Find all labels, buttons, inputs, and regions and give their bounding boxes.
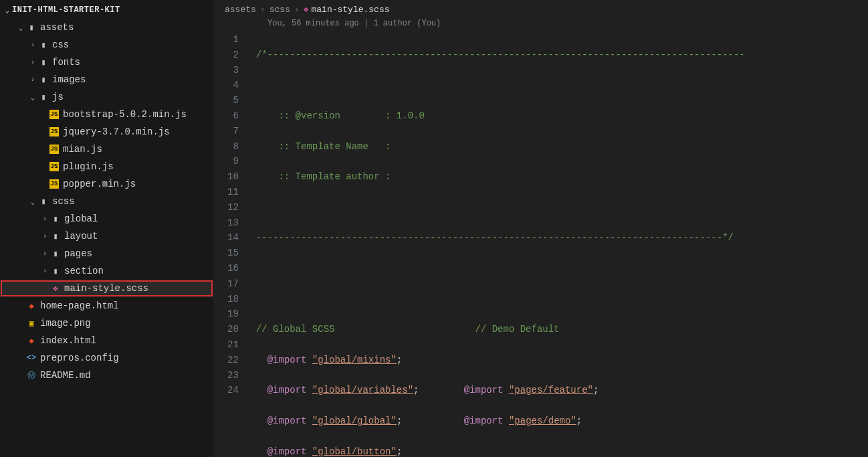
tree-item-label: jquery-3.7.0.min.js	[63, 126, 170, 137]
line-number: 22	[227, 353, 239, 368]
line-number: 9	[227, 154, 239, 169]
js-icon: JS	[49, 162, 59, 171]
line-number: 23	[227, 368, 239, 383]
line-number: 24	[227, 383, 239, 398]
line-number: 17	[227, 276, 239, 292]
line-number: 20	[227, 322, 239, 337]
tree-item-label: assets	[40, 22, 74, 33]
line-number: 7	[227, 124, 239, 139]
file-item[interactable]: JSpopper.min.js	[0, 175, 213, 193]
folder-item[interactable]: ›▮images	[0, 71, 213, 88]
chevron-right-icon: ›	[294, 5, 300, 15]
chevron-down-icon: ⌄	[3, 6, 12, 15]
line-number: 5	[227, 93, 239, 108]
tree-item-label: pages	[64, 248, 92, 259]
chevron-right-icon: ›	[40, 267, 49, 275]
code-editor[interactable]: 123456789101112131415161718192021222324 …	[214, 32, 868, 457]
chevron-right-icon: ›	[28, 58, 37, 66]
js-icon: JS	[49, 145, 59, 154]
chevron-right-icon: ›	[40, 215, 49, 223]
file-item[interactable]: ◆home-page.html	[0, 297, 213, 314]
line-number: 10	[227, 169, 239, 185]
image-icon: ▣	[25, 318, 37, 329]
folder-item[interactable]: ⌄▮scss	[0, 193, 213, 210]
tree-item-label: section	[64, 266, 104, 276]
tree-item-label: layout	[64, 231, 98, 242]
tree-item-label: index.html	[40, 335, 96, 346]
chevron-right-icon: ›	[40, 250, 49, 258]
tree-item-label: fonts	[52, 57, 80, 68]
tree-item-label: prepros.config	[40, 353, 119, 363]
chevron-down-icon: ⌄	[28, 197, 37, 206]
js-icon: JS	[49, 127, 59, 136]
line-number: 19	[227, 306, 239, 322]
chevron-right-icon: ›	[28, 76, 37, 84]
folder-item[interactable]: ›▮section	[0, 262, 213, 280]
scss-icon: ❖	[304, 4, 309, 15]
folder-item[interactable]: ›▮fonts	[0, 54, 213, 71]
folder-item[interactable]: ›▮global	[0, 210, 213, 227]
file-item[interactable]: JSjquery-3.7.0.min.js	[0, 123, 213, 141]
js-icon: JS	[49, 179, 59, 189]
chevron-down-icon: ⌄	[28, 93, 37, 102]
file-item[interactable]: ⓂREADME.md	[0, 367, 213, 384]
chevron-down-icon: ⌄	[16, 23, 25, 32]
folder-item[interactable]: ›▮layout	[0, 227, 213, 245]
editor-pane: assets › scss › ❖ main-style.scss You, 5…	[214, 0, 868, 457]
line-number: 16	[227, 261, 239, 276]
tree-item-label: popper.min.js	[63, 179, 136, 189]
html-icon: ◆	[25, 301, 37, 311]
folder-item[interactable]: ›▮pages	[0, 245, 213, 262]
line-number: 15	[227, 246, 239, 261]
line-number: 2	[227, 48, 239, 63]
line-number: 21	[227, 337, 239, 353]
file-item[interactable]: ▣image.png	[0, 314, 213, 332]
html-icon: ◆	[25, 336, 37, 346]
breadcrumb-item[interactable]: assets	[225, 5, 256, 15]
tree-item-label: plugin.js	[63, 161, 114, 172]
folder-icon: ▮	[25, 23, 37, 33]
chevron-right-icon: ›	[28, 41, 37, 49]
tree-item-label: main-style.scss	[64, 283, 148, 294]
js-icon: JS	[49, 110, 59, 119]
scss-icon: ❖	[49, 283, 62, 294]
file-item[interactable]: ◆index.html	[0, 332, 213, 349]
breadcrumb-item[interactable]: scss	[269, 5, 290, 15]
breadcrumb-item-current[interactable]: ❖ main-style.scss	[304, 4, 390, 15]
line-number: 12	[227, 200, 239, 215]
tree-item-label: home-page.html	[40, 300, 119, 311]
project-title-row[interactable]: ⌄ INIT-HTML-STARTER-KIT	[0, 4, 213, 19]
line-number: 1	[227, 32, 239, 48]
brackets-icon: <>	[25, 353, 37, 363]
folder-icon: ▮	[37, 75, 49, 85]
file-item[interactable]: <>prepros.config	[0, 349, 213, 367]
file-tree: ⌄▮assets›▮css›▮fonts›▮images⌄▮jsJSbootst…	[0, 19, 213, 384]
folder-icon: ▮	[49, 266, 62, 276]
file-item[interactable]: JSplugin.js	[0, 158, 213, 175]
markdown-icon: Ⓜ	[25, 370, 37, 381]
tree-item-label: mian.js	[63, 144, 102, 155]
tree-item-label: README.md	[40, 370, 91, 381]
folder-icon: ▮	[49, 232, 62, 242]
line-number: 13	[227, 215, 239, 231]
line-number: 3	[227, 63, 239, 78]
chevron-right-icon: ›	[260, 5, 265, 15]
tree-item-label: scss	[52, 196, 75, 207]
folder-item[interactable]: ⌄▮js	[0, 88, 213, 106]
folder-item[interactable]: ›▮css	[0, 36, 213, 54]
tree-item-label: css	[52, 39, 69, 50]
tree-item-label: images	[52, 74, 86, 85]
folder-item[interactable]: ⌄▮assets	[0, 19, 213, 36]
line-number-gutter: 123456789101112131415161718192021222324	[214, 32, 249, 457]
file-item[interactable]: ❖main-style.scss	[0, 280, 213, 297]
breadcrumb[interactable]: assets › scss › ❖ main-style.scss	[214, 0, 868, 17]
code-content[interactable]: /*--------------------------------------…	[249, 32, 868, 457]
file-item[interactable]: JSmian.js	[0, 141, 213, 158]
file-item[interactable]: JSbootstrap-5.0.2.min.js	[0, 106, 213, 123]
line-number: 11	[227, 185, 239, 200]
line-number: 18	[227, 292, 239, 307]
folder-icon: ▮	[37, 40, 49, 50]
line-number: 4	[227, 78, 239, 93]
folder-icon: ▮	[37, 92, 49, 102]
folder-icon: ▮	[37, 197, 49, 207]
